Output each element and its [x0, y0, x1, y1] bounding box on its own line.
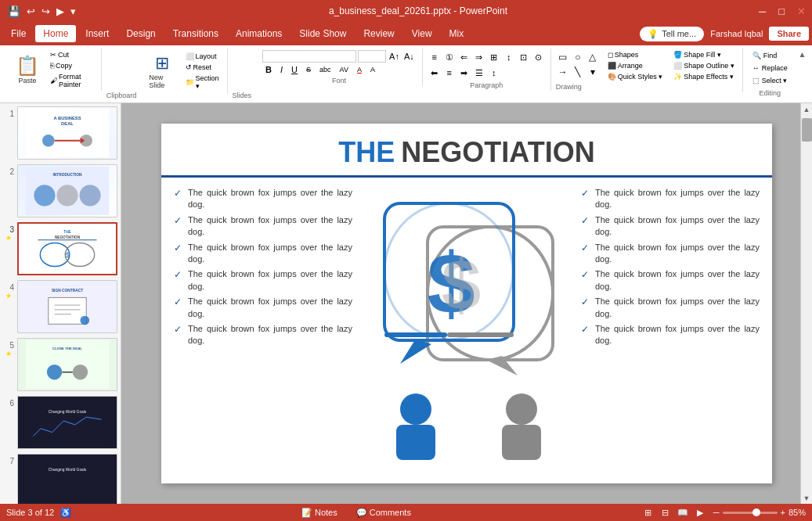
slide-thumb-6[interactable]: 6 Changing World Goals: [3, 396, 117, 449]
italic-button[interactable]: I: [277, 64, 286, 75]
menu-file[interactable]: File: [3, 25, 34, 42]
normal-view-button[interactable]: ⊞: [641, 505, 655, 519]
copy-button[interactable]: ⎘ Copy: [47, 61, 96, 70]
layout-button[interactable]: ⬜ Layout: [182, 52, 222, 61]
slide-thumb-3[interactable]: 3 ★ THE NEGOTIATION $: [3, 222, 117, 275]
slide-num-7: 7: [3, 457, 14, 465]
presenter-view-button[interactable]: ▶: [693, 505, 707, 519]
decrease-font-button[interactable]: A↓: [402, 52, 416, 61]
text-direction-button[interactable]: ↕: [502, 50, 516, 64]
comments-button[interactable]: 💬 Comments: [352, 508, 416, 518]
tell-me-input[interactable]: 💡 Tell me...: [640, 27, 704, 41]
shape-rectangle[interactable]: ▭: [556, 50, 570, 64]
reading-view-button[interactable]: 📖: [676, 505, 690, 519]
menu-mix[interactable]: Mix: [442, 25, 472, 42]
present-icon[interactable]: ▶: [55, 4, 66, 19]
menu-design[interactable]: Design: [118, 25, 163, 42]
slide-sorter-button[interactable]: ⊟: [659, 505, 673, 519]
find-button[interactable]: 🔍 Find: [748, 50, 792, 61]
negotiation-graphic: $ $: [369, 184, 565, 465]
slide-thumb-1[interactable]: 1 A BUSINESS DEAL: [3, 106, 117, 160]
bold-button[interactable]: B: [262, 64, 275, 75]
numbering-button[interactable]: ①: [442, 50, 457, 64]
shape-oval[interactable]: ○: [571, 50, 585, 64]
shape-outline-button[interactable]: ⬜ Shape Outline ▾: [670, 61, 738, 70]
menu-insert[interactable]: Insert: [78, 25, 117, 42]
columns-button[interactable]: ⊞: [487, 50, 501, 64]
close-button[interactable]: ✕: [797, 5, 806, 17]
undo-icon[interactable]: ↩: [25, 4, 37, 19]
paste-button[interactable]: 📋 Paste: [9, 50, 45, 89]
font-color-button[interactable]: A: [354, 65, 365, 74]
cut-button[interactable]: ✂ Cut: [47, 50, 96, 59]
spacing-button[interactable]: AV: [337, 65, 352, 74]
customize-icon[interactable]: ▾: [69, 4, 78, 19]
zoom-slider[interactable]: [723, 512, 778, 514]
font-group: A↑ A↓ B I U S abc AV A A Font: [256, 49, 423, 86]
shape-arrow[interactable]: →: [556, 65, 570, 79]
menu-home[interactable]: Home: [35, 25, 76, 42]
select-button[interactable]: ⬚ Select ▾: [748, 75, 792, 86]
menu-view[interactable]: View: [404, 25, 440, 42]
notes-button[interactable]: 📝 Notes: [297, 508, 342, 518]
effects-icon: ✨: [673, 73, 682, 81]
slide-thumb-content-3: THE NEGOTIATION $: [19, 224, 116, 274]
menu-review[interactable]: Review: [355, 25, 402, 42]
font-size-input[interactable]: [358, 50, 386, 63]
shapes-more[interactable]: ▾: [586, 65, 600, 79]
clear-format-button[interactable]: A: [367, 65, 378, 74]
align-text-button[interactable]: ⊡: [517, 50, 531, 64]
scroll-up-button[interactable]: ▲: [801, 103, 813, 115]
replace-button[interactable]: ↔ Replace: [748, 63, 792, 74]
strikethrough-button[interactable]: S: [303, 65, 314, 74]
smartart-button[interactable]: ⊙: [532, 50, 546, 64]
justify-button[interactable]: ☰: [472, 66, 486, 80]
align-center-button[interactable]: ≡: [442, 66, 457, 80]
zoom-out-button[interactable]: ─: [713, 508, 720, 517]
shape-effects-button[interactable]: ✨ Shape Effects ▾: [670, 72, 738, 81]
menu-animations[interactable]: Animations: [228, 25, 290, 42]
minimize-button[interactable]: ─: [759, 5, 766, 17]
scroll-down-button[interactable]: ▼: [801, 492, 813, 504]
increase-font-button[interactable]: A↑: [388, 52, 401, 61]
shape-triangle[interactable]: △: [586, 50, 600, 64]
quick-styles-button[interactable]: 🎨 Quick Styles ▾: [604, 72, 666, 81]
checkmark-icon-r3: ✓: [581, 243, 589, 253]
shadow-button[interactable]: abc: [316, 65, 334, 74]
slide-thumb-2[interactable]: 2 INTRODUCTION: [3, 164, 117, 217]
format-painter-button[interactable]: 🖌 Format Painter: [47, 72, 96, 89]
shapes-button[interactable]: ◻ Shapes: [604, 50, 666, 59]
menu-slideshow[interactable]: Slide Show: [291, 25, 354, 42]
slide-canvas[interactable]: THE NEGOTIATION ✓ The quick brown fox ju…: [161, 124, 772, 483]
slide-star-5: ★: [5, 350, 12, 358]
share-button[interactable]: Share: [769, 27, 809, 41]
save-icon[interactable]: 💾: [6, 4, 22, 19]
decrease-indent-button[interactable]: ⇐: [457, 50, 471, 64]
comments-icon: 💬: [356, 508, 367, 518]
maximize-button[interactable]: □: [778, 5, 785, 17]
underline-button[interactable]: U: [288, 64, 301, 75]
increase-indent-button[interactable]: ⇒: [472, 50, 486, 64]
align-left-button[interactable]: ⬅: [428, 66, 442, 80]
scroll-thumb[interactable]: [802, 118, 812, 142]
slide-thumb-content-5: CLOSE THE DEAL: [18, 339, 117, 390]
reset-button[interactable]: ↺ Reset: [182, 63, 222, 72]
new-slide-button[interactable]: ⊞ New Slide: [146, 50, 179, 92]
slide-thumb-4[interactable]: 4 ★ SIGN CONTRACT: [3, 280, 117, 333]
shape-line[interactable]: ╲: [571, 65, 585, 79]
align-right-button[interactable]: ➡: [457, 66, 471, 80]
shape-fill-button[interactable]: 🪣 Shape Fill ▾: [670, 50, 738, 59]
slide-thumb-7[interactable]: 7 Changing World Goals: [3, 454, 117, 504]
slide-panel: 1 A BUSINESS DEAL 2: [0, 103, 121, 504]
clipboard-group: 📋 Paste ✂ Cut ⎘ Copy 🖌 Format Painter: [5, 49, 102, 91]
arrange-button[interactable]: ⬛ Arrange: [604, 61, 666, 70]
bullets-button[interactable]: ≡: [428, 50, 442, 64]
slide-thumb-5[interactable]: 5 ★ CLOSE THE DEAL: [3, 338, 117, 391]
font-name-dropdown[interactable]: [262, 50, 356, 63]
ribbon-collapse-button[interactable]: ▲: [797, 50, 807, 59]
redo-icon[interactable]: ↪: [40, 4, 52, 19]
section-button[interactable]: 📁 Section ▾: [182, 74, 222, 91]
menu-transitions[interactable]: Transitions: [165, 25, 226, 42]
line-spacing-button[interactable]: ↕: [487, 66, 501, 80]
zoom-in-button[interactable]: +: [781, 508, 785, 517]
